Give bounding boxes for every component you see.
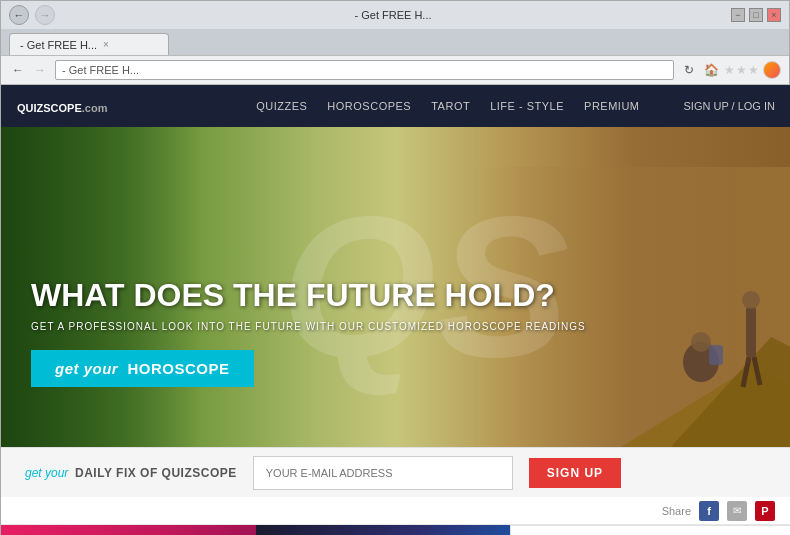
address-bar: ← → ↻ 🏠 ★ ★ ★ xyxy=(1,55,789,85)
hero-cta-button[interactable]: get your HOROSCOPE xyxy=(31,350,254,387)
maximize-button[interactable]: □ xyxy=(749,8,763,22)
signup-button[interactable]: SIGN UP xyxy=(529,458,621,488)
hero-section: QS xyxy=(1,127,790,447)
svg-point-3 xyxy=(691,332,711,352)
site-logo: QUIZSCOPE.com xyxy=(17,96,107,117)
hero-subtitle: GET A PROFESSIONAL LOOK INTO THE FUTURE … xyxy=(31,321,586,332)
site-nav: QUIZSCOPE.com QUIZZES HOROSCOPES TAROT L… xyxy=(1,85,790,127)
star-2[interactable]: ★ xyxy=(736,63,747,77)
hero-title: WHAT DOES THE FUTURE HOLD? xyxy=(31,278,586,313)
website-content: QUIZSCOPE.com QUIZZES HOROSCOPES TAROT L… xyxy=(1,85,790,535)
cta-main: HOROSCOPE xyxy=(128,360,230,377)
tab-bar: - Get FREE H... × xyxy=(1,29,789,55)
home-icon[interactable]: 🏠 xyxy=(702,61,720,79)
back-button[interactable]: ← xyxy=(9,5,29,25)
nav-controls[interactable]: ← → xyxy=(9,5,55,25)
share-facebook-button[interactable]: f xyxy=(699,501,719,521)
thumbnail-row: Ad What Will Be Your Future S... xyxy=(1,525,790,535)
share-email-button[interactable]: ✉ xyxy=(727,501,747,521)
nav-tarot[interactable]: TAROT xyxy=(431,100,470,112)
user-avatar[interactable] xyxy=(763,61,781,79)
nav-auth[interactable]: SIGN UP / LOG IN xyxy=(684,100,776,112)
browser-window: ← → - Get FREE H... − □ × - Get FREE H..… xyxy=(0,0,790,535)
nav-links: QUIZZES HOROSCOPES TAROT LIFE - STYLE PR… xyxy=(256,100,775,112)
share-pinterest-button[interactable]: P xyxy=(755,501,775,521)
browser-toolbar-left: ← → xyxy=(9,61,49,79)
nav-quizzes[interactable]: QUIZZES xyxy=(256,100,307,112)
tab-label: - Get FREE H... xyxy=(20,39,97,51)
signup-prefix: get your xyxy=(25,466,68,480)
cta-prefix: get your xyxy=(55,360,118,377)
thumb-1[interactable] xyxy=(1,525,256,535)
window-title: - Get FREE H... xyxy=(55,9,731,21)
signup-text: DAILY FIX OF QUIZSCOPE xyxy=(75,466,237,480)
title-bar: ← → - Get FREE H... − □ × xyxy=(1,1,789,29)
signup-bar: get your DAILY FIX OF QUIZSCOPE SIGN UP xyxy=(1,447,790,497)
bookmarks: ★ ★ ★ xyxy=(724,63,759,77)
browser-toolbar-right: ↻ 🏠 ★ ★ ★ xyxy=(680,61,781,79)
back-icon[interactable]: ← xyxy=(9,61,27,79)
thumb-ad[interactable]: Ad What Will Be Your Future S... xyxy=(510,525,790,535)
star-3[interactable]: ★ xyxy=(748,63,759,77)
svg-rect-5 xyxy=(746,307,756,357)
address-input[interactable] xyxy=(55,60,674,80)
window-buttons[interactable]: − □ × xyxy=(731,8,781,22)
share-label: Share xyxy=(662,505,691,517)
nav-horoscopes[interactable]: HOROSCOPES xyxy=(327,100,411,112)
close-button[interactable]: × xyxy=(767,8,781,22)
nav-premium[interactable]: PREMIUM xyxy=(584,100,639,112)
minimize-button[interactable]: − xyxy=(731,8,745,22)
hero-content: WHAT DOES THE FUTURE HOLD? GET A PROFESS… xyxy=(31,278,586,387)
svg-point-6 xyxy=(742,291,760,309)
forward-icon[interactable]: → xyxy=(31,61,49,79)
svg-rect-4 xyxy=(709,345,723,365)
tab-close-button[interactable]: × xyxy=(103,39,109,50)
share-bar: Share f ✉ P xyxy=(1,497,790,525)
refresh-icon[interactable]: ↻ xyxy=(680,61,698,79)
email-input[interactable] xyxy=(253,456,513,490)
thumb-2[interactable] xyxy=(256,525,511,535)
signup-label: get your DAILY FIX OF QUIZSCOPE xyxy=(25,466,237,480)
nav-lifestyle[interactable]: LIFE - STYLE xyxy=(490,100,564,112)
browser-tab[interactable]: - Get FREE H... × xyxy=(9,33,169,55)
star-1[interactable]: ★ xyxy=(724,63,735,77)
forward-button[interactable]: → xyxy=(35,5,55,25)
